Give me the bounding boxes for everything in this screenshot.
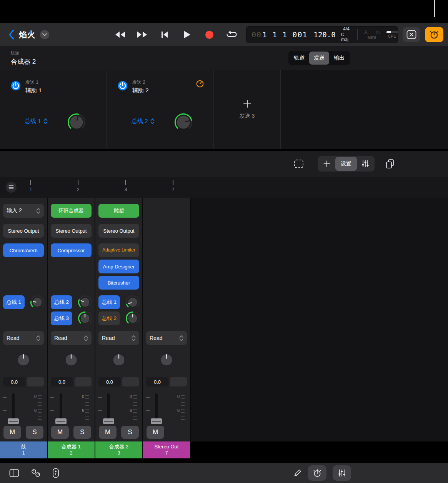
- send-power-button[interactable]: [118, 81, 128, 91]
- fader-track: [60, 393, 62, 424]
- rewind-button[interactable]: [112, 27, 128, 42]
- plugins-button[interactable]: [31, 468, 41, 478]
- chevron-up-down-icon: [179, 335, 183, 341]
- mixer-view-button[interactable]: [333, 465, 351, 481]
- send-level-knob[interactable]: [67, 113, 86, 132]
- send-knob[interactable]: [78, 295, 92, 310]
- cycle-button[interactable]: [224, 27, 239, 42]
- volume-fader[interactable]: 0 6: [95, 393, 142, 425]
- back-button[interactable]: [8, 30, 14, 40]
- automation-mode-selector[interactable]: Read: [146, 331, 187, 345]
- record-icon: [205, 31, 213, 39]
- send-bus-button[interactable]: 总线 1: [3, 295, 25, 309]
- send-bus-selector[interactable]: 总线 1: [25, 118, 48, 125]
- controls-mode-button[interactable]: [425, 27, 443, 42]
- go-to-beginning-button[interactable]: [157, 27, 172, 42]
- title-menu-button[interactable]: [40, 30, 49, 39]
- volume-value[interactable]: 0.0: [146, 377, 168, 386]
- instrument-selector[interactable]: 雕塑: [98, 204, 139, 218]
- pan-knob[interactable]: [158, 351, 175, 368]
- volume-fader[interactable]: 0 6: [0, 393, 47, 425]
- plugin-slot-bypassed[interactable]: Adaptive Limiter: [98, 243, 139, 257]
- mixer-toolbar: 设置: [0, 150, 448, 177]
- pan-knob[interactable]: [110, 351, 127, 368]
- send-bus-button[interactable]: 总线 3: [51, 311, 72, 325]
- tab-output[interactable]: 输出: [329, 52, 349, 65]
- send-slot-label: 发送 1: [25, 79, 42, 86]
- tuner-button[interactable]: [308, 465, 326, 481]
- send-bus-selector[interactable]: 总线 2: [132, 118, 155, 125]
- automation-mode-selector[interactable]: Read: [98, 331, 139, 345]
- mute-button[interactable]: M: [99, 426, 117, 439]
- solo-button[interactable]: S: [73, 426, 91, 439]
- mute-button[interactable]: M: [3, 426, 21, 439]
- mixer-menu-button[interactable]: [5, 182, 17, 193]
- send-knob[interactable]: [125, 295, 140, 310]
- automation-mode-selector[interactable]: Read: [51, 331, 92, 345]
- mute-button[interactable]: M: [147, 426, 164, 439]
- fader-handle[interactable]: [55, 418, 67, 424]
- add-send-slot[interactable]: 发送 3: [214, 70, 281, 149]
- automation-mode-selector[interactable]: Read: [3, 331, 44, 345]
- track-labels-row: 鼓1 合成器 12 合成器 23 Stereo Out7: [0, 441, 190, 458]
- marquee-select-button[interactable]: [290, 156, 307, 172]
- chevron-up-down-icon: [36, 208, 40, 214]
- record-button[interactable]: [202, 27, 217, 42]
- plus-icon: [323, 160, 330, 167]
- send-bus-button[interactable]: 总线 2: [51, 295, 72, 309]
- settings-button[interactable]: 设置: [335, 157, 357, 171]
- channel-controls-button[interactable]: [357, 157, 374, 171]
- send-knob[interactable]: [78, 311, 92, 326]
- send-level-knob[interactable]: [174, 113, 193, 132]
- add-channel-button[interactable]: [318, 157, 335, 171]
- input-device-button[interactable]: [52, 468, 59, 478]
- send-power-button[interactable]: [11, 81, 21, 91]
- output-selector[interactable]: Stereo Output: [51, 224, 92, 238]
- track-label-drums[interactable]: 鼓1: [0, 441, 47, 458]
- track-label-stereo-out[interactable]: Stereo Out7: [143, 441, 190, 458]
- input-selector[interactable]: 输入 2: [3, 204, 44, 218]
- mute-button[interactable]: M: [51, 426, 69, 439]
- cpu-label: CPU: [388, 34, 397, 38]
- browser-button[interactable]: [9, 468, 19, 478]
- output-selector[interactable]: Stereo Output: [3, 224, 44, 238]
- plugin-slot[interactable]: Amp Designer: [98, 260, 139, 273]
- track-label-synth2[interactable]: 合成器 23: [95, 441, 142, 458]
- output-selector[interactable]: Stereo Output: [98, 224, 139, 238]
- plugin-slot[interactable]: Bitcrusher: [98, 276, 139, 290]
- forward-button[interactable]: [135, 27, 150, 42]
- forward-icon: [137, 31, 148, 38]
- tab-sends[interactable]: 发送: [309, 52, 329, 65]
- solo-button[interactable]: S: [26, 426, 43, 439]
- send-bus-button[interactable]: 总线 1: [98, 295, 120, 309]
- fader-handle[interactable]: [103, 418, 114, 424]
- send-knob[interactable]: [125, 311, 140, 326]
- volume-value[interactable]: 0.0: [98, 377, 121, 386]
- automation-pencil-button[interactable]: [293, 469, 302, 477]
- volume-fader[interactable]: 0 6: [48, 393, 95, 425]
- mixer-strips: 输入 2 Stereo Output ChromaVerb 总线 1 Read …: [0, 198, 448, 441]
- pan-knob[interactable]: [63, 351, 80, 368]
- pre-fader-gauge-icon[interactable]: [196, 80, 204, 88]
- tab-tracks[interactable]: 轨道: [289, 52, 309, 65]
- send-bus-button-bypassed[interactable]: 总线 2: [98, 311, 120, 325]
- track-label-synth1[interactable]: 合成器 12: [48, 441, 95, 458]
- plugin-slot[interactable]: Compressor: [51, 243, 92, 257]
- volume-value[interactable]: 0.0: [3, 377, 25, 386]
- send-knob[interactable]: [30, 295, 45, 310]
- instrument-selector[interactable]: 怀旧合成器: [51, 204, 92, 218]
- copy-settings-button[interactable]: [381, 156, 398, 172]
- close-window-button[interactable]: [403, 27, 420, 42]
- volume-fader[interactable]: 0 6: [143, 393, 190, 425]
- solo-button[interactable]: S: [121, 426, 139, 439]
- lcd-display[interactable]: 001 1 1 001 120.0 4/4 C maj 入 出 MIDI CPU: [246, 26, 398, 43]
- sends-panel: 发送 1 辅助 1 总线 1 发送 2 辅助 2: [0, 70, 448, 149]
- play-button[interactable]: [179, 27, 195, 42]
- fader-handle[interactable]: [151, 418, 162, 424]
- fader-handle[interactable]: [8, 418, 19, 424]
- volume-value[interactable]: 0.0: [51, 377, 73, 386]
- skip-to-start-icon: [161, 31, 168, 38]
- pan-knob[interactable]: [15, 351, 32, 368]
- fader-track: [107, 393, 110, 424]
- plugin-slot[interactable]: ChromaVerb: [3, 243, 44, 257]
